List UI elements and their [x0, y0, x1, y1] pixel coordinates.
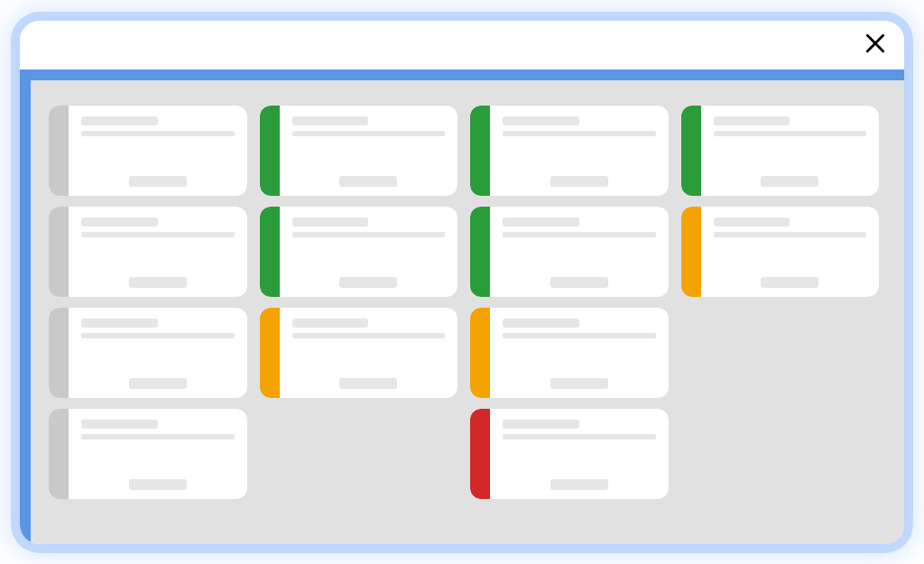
card-footer-placeholder	[129, 378, 187, 389]
card-body	[280, 308, 458, 398]
card-line-placeholder	[292, 333, 446, 338]
card[interactable]	[260, 207, 458, 297]
card-accent	[260, 308, 280, 398]
card-accent	[49, 308, 69, 398]
card[interactable]	[49, 106, 247, 196]
card-accent	[681, 106, 701, 196]
card-footer-placeholder	[761, 176, 818, 187]
card[interactable]	[49, 308, 247, 398]
card-title-placeholder	[503, 319, 579, 328]
window-frame	[20, 21, 904, 544]
card-accent	[260, 106, 280, 196]
card-body	[490, 409, 669, 499]
card[interactable]	[470, 409, 669, 499]
card-title-placeholder	[503, 116, 579, 125]
card-title-placeholder	[81, 217, 158, 227]
card-line-placeholder	[503, 131, 656, 136]
card-line-placeholder	[503, 333, 656, 338]
card-accent	[681, 207, 701, 297]
card-line-placeholder	[292, 232, 446, 237]
card[interactable]	[681, 207, 880, 297]
card-body	[280, 207, 458, 297]
card-accent	[260, 207, 280, 297]
card-footer-placeholder	[550, 479, 608, 490]
card-title-placeholder	[292, 217, 369, 227]
card-line-placeholder	[81, 232, 235, 237]
card-body	[701, 207, 880, 297]
card-title-placeholder	[81, 420, 158, 429]
card-body	[280, 106, 458, 196]
card-title-placeholder	[503, 420, 579, 429]
card-line-placeholder	[81, 131, 235, 136]
card-footer-placeholder	[339, 176, 397, 187]
card-line-placeholder	[503, 232, 656, 237]
card-accent	[49, 106, 69, 196]
card-footer-placeholder	[339, 378, 397, 389]
card-body	[69, 106, 247, 196]
card[interactable]	[470, 207, 669, 297]
card[interactable]	[470, 308, 669, 398]
card-title-placeholder	[292, 319, 369, 328]
close-button[interactable]	[863, 32, 888, 58]
card[interactable]	[260, 308, 458, 398]
card-accent	[49, 207, 69, 297]
close-icon	[864, 32, 887, 59]
card-accent	[470, 409, 490, 499]
card-line-placeholder	[503, 434, 656, 439]
card-accent	[49, 409, 69, 499]
card-board	[49, 106, 879, 519]
card[interactable]	[49, 207, 247, 297]
card-body	[490, 207, 669, 297]
card-title-placeholder	[714, 217, 790, 227]
card-body	[69, 207, 247, 297]
card-accent	[470, 106, 490, 196]
card-accent	[470, 207, 490, 297]
card-footer-placeholder	[129, 277, 187, 288]
card-footer-placeholder	[550, 277, 608, 288]
card-footer-placeholder	[550, 176, 608, 187]
card-footer-placeholder	[761, 277, 818, 288]
card-footer-placeholder	[129, 479, 187, 490]
card-body	[701, 106, 880, 196]
card-line-placeholder	[81, 333, 235, 338]
card-body	[69, 409, 247, 499]
card-line-placeholder	[292, 131, 446, 136]
card-footer-placeholder	[550, 378, 608, 389]
card-title-placeholder	[81, 116, 158, 125]
card-line-placeholder	[81, 434, 235, 439]
card[interactable]	[681, 106, 880, 196]
card-footer-placeholder	[129, 176, 187, 187]
card-title-placeholder	[503, 217, 579, 227]
card-footer-placeholder	[339, 277, 397, 288]
card[interactable]	[49, 409, 247, 499]
card-title-placeholder	[292, 116, 369, 125]
content-area	[20, 69, 904, 544]
card[interactable]	[470, 106, 669, 196]
card-title-placeholder	[81, 319, 158, 328]
card-body	[490, 308, 669, 398]
card-accent	[470, 308, 490, 398]
card-line-placeholder	[714, 131, 867, 136]
card-body	[490, 106, 669, 196]
titlebar	[20, 21, 904, 69]
card-line-placeholder	[714, 232, 867, 237]
card-body	[69, 308, 247, 398]
card[interactable]	[260, 106, 458, 196]
card-title-placeholder	[714, 116, 790, 125]
